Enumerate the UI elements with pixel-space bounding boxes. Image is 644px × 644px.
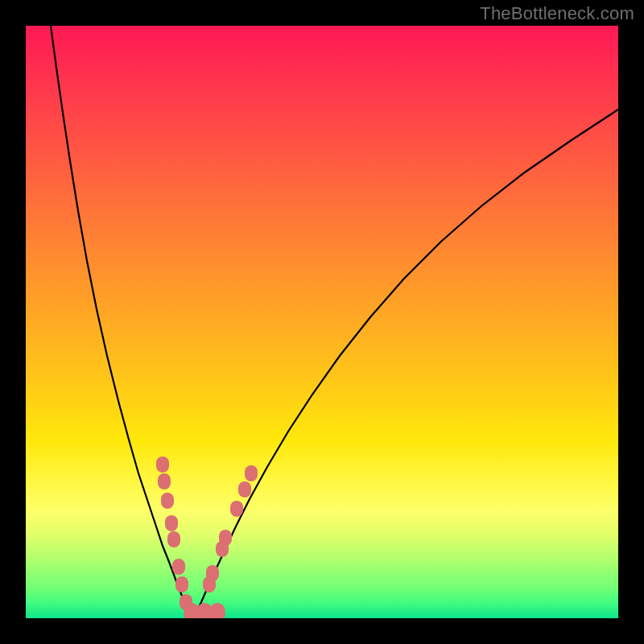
- marker-dot: [167, 531, 180, 547]
- marker-dot: [230, 501, 243, 517]
- marker-dot: [161, 493, 174, 509]
- curve-right: [193, 109, 618, 617]
- marker-dot: [206, 565, 219, 581]
- marker-dot: [156, 456, 169, 473]
- marker-dot: [172, 559, 185, 575]
- marker-dot: [165, 515, 178, 531]
- marker-dot: [238, 481, 251, 497]
- marker-dot: [209, 603, 225, 618]
- marker-dot: [219, 530, 232, 546]
- chart-plot-area: [26, 26, 618, 618]
- marker-dot: [245, 465, 258, 481]
- chart-svg: [26, 26, 618, 618]
- chart-frame: TheBottleneck.com: [0, 0, 644, 644]
- watermark-text: TheBottleneck.com: [480, 3, 634, 24]
- marker-dot: [158, 473, 171, 489]
- marker-group: [156, 456, 258, 618]
- marker-dot: [175, 576, 188, 592]
